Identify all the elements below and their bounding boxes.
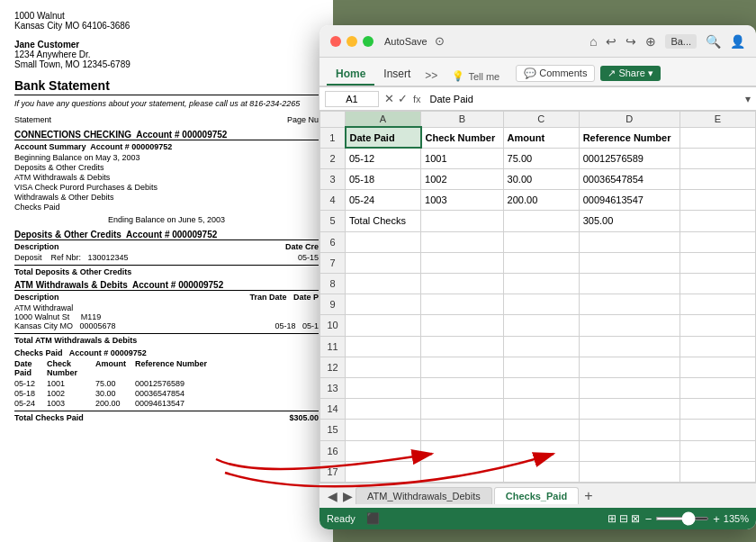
name-box[interactable] — [325, 91, 379, 107]
cell-17-C[interactable] — [503, 461, 579, 482]
cell-2-C[interactable]: 75.00 — [503, 148, 579, 168]
cell-7-B[interactable] — [421, 252, 504, 273]
cell-14-C[interactable] — [503, 399, 579, 420]
cell-9-E[interactable] — [680, 294, 755, 315]
cell-1-D[interactable]: Reference Number — [579, 127, 680, 148]
cell-5-E[interactable] — [680, 211, 755, 231]
cell-1-A[interactable]: Date Paid — [346, 127, 421, 148]
cell-6-E[interactable] — [680, 231, 755, 252]
cell-1-B[interactable]: Check Number — [421, 127, 504, 148]
cell-14-B[interactable] — [421, 399, 504, 420]
tab-insert[interactable]: Insert — [374, 64, 419, 86]
tab-home[interactable]: Home — [327, 64, 374, 86]
cell-14-A[interactable] — [346, 399, 421, 420]
cell-6-A[interactable] — [346, 231, 421, 252]
cell-17-A[interactable] — [346, 461, 421, 482]
cell-11-B[interactable] — [421, 336, 504, 357]
cell-9-C[interactable] — [503, 294, 579, 315]
cell-5-A[interactable]: Total Checks — [346, 211, 421, 231]
cell-4-C[interactable]: 200.00 — [503, 190, 579, 211]
undo-icon[interactable]: ↩ — [606, 34, 616, 49]
maximize-button[interactable] — [363, 36, 374, 47]
cell-10-A[interactable] — [346, 315, 421, 336]
col-header-C[interactable]: C — [503, 112, 579, 128]
cell-7-D[interactable] — [579, 252, 680, 273]
zoom-out-button[interactable]: − — [645, 512, 652, 526]
cell-10-B[interactable] — [421, 315, 504, 336]
sheet-nav-left[interactable]: ◀ — [325, 489, 340, 503]
cell-15-D[interactable] — [579, 420, 680, 440]
formula-cancel-icon[interactable]: ✕ — [384, 92, 394, 105]
cell-3-C[interactable]: 30.00 — [503, 168, 579, 189]
cell-9-A[interactable] — [346, 294, 421, 315]
cell-6-B[interactable] — [421, 231, 504, 252]
cell-8-D[interactable] — [579, 273, 680, 294]
cell-7-E[interactable] — [680, 252, 755, 273]
cell-16-E[interactable] — [680, 440, 755, 461]
cell-11-A[interactable] — [346, 336, 421, 357]
normal-view-btn[interactable]: ⊞ — [608, 512, 616, 525]
ribbon-more[interactable]: >> — [419, 66, 443, 86]
cell-5-C[interactable] — [503, 211, 579, 231]
cell-8-B[interactable] — [421, 273, 504, 294]
cell-15-E[interactable] — [680, 420, 755, 440]
cell-16-C[interactable] — [503, 440, 579, 461]
cell-12-C[interactable] — [503, 357, 579, 377]
col-header-A[interactable]: A — [346, 112, 421, 128]
cell-6-C[interactable] — [503, 231, 579, 252]
cell-11-D[interactable] — [579, 336, 680, 357]
add-icon[interactable]: ⊕ — [645, 34, 656, 49]
cell-4-A[interactable]: 05-24 — [346, 190, 421, 211]
cell-8-A[interactable] — [346, 273, 421, 294]
cell-15-C[interactable] — [503, 420, 579, 440]
cell-12-A[interactable] — [346, 357, 421, 377]
cell-17-E[interactable] — [680, 461, 755, 482]
sheet-tab-atm[interactable]: ATM_Withdrawals_Debits — [356, 487, 492, 504]
sheet-nav-right[interactable]: ▶ — [340, 489, 356, 503]
sheet-tab-checks[interactable]: Checks_Paid — [494, 487, 579, 504]
page-break-btn[interactable]: ⊠ — [631, 512, 640, 525]
col-header-B[interactable]: B — [421, 112, 504, 128]
col-header-D[interactable]: D — [579, 112, 680, 128]
share-button[interactable]: ↗ Share ▾ — [600, 66, 660, 81]
cell-11-E[interactable] — [680, 336, 755, 357]
cell-4-B[interactable]: 1003 — [421, 190, 504, 211]
redo-icon[interactable]: ↪ — [626, 34, 636, 49]
cell-11-C[interactable] — [503, 336, 579, 357]
zoom-in-button[interactable]: + — [713, 512, 720, 526]
col-header-E[interactable]: E — [680, 112, 755, 128]
cell-15-A[interactable] — [346, 420, 421, 440]
page-layout-btn[interactable]: ⊟ — [619, 512, 628, 525]
cell-8-C[interactable] — [503, 273, 579, 294]
cell-13-C[interactable] — [503, 377, 579, 398]
minimize-button[interactable] — [346, 36, 357, 47]
formula-enter-icon[interactable]: ✓ — [398, 92, 408, 105]
formula-dropdown-icon[interactable]: ▾ — [745, 93, 751, 105]
zoom-slider[interactable] — [655, 517, 709, 520]
cell-3-D[interactable]: 00036547854 — [579, 168, 680, 189]
tell-me-area[interactable]: 💡 Tell me — [443, 67, 508, 86]
cell-7-C[interactable] — [503, 252, 579, 273]
cell-6-D[interactable] — [579, 231, 680, 252]
cell-16-D[interactable] — [579, 440, 680, 461]
cell-17-B[interactable] — [421, 461, 504, 482]
comments-button[interactable]: 💬 Comments — [516, 65, 595, 82]
cell-9-D[interactable] — [579, 294, 680, 315]
cell-1-C[interactable]: Amount — [503, 127, 579, 148]
cell-4-E[interactable] — [680, 190, 755, 211]
cell-2-A[interactable]: 05-12 — [346, 148, 421, 168]
accessibility-icon[interactable]: ⬛ — [366, 512, 380, 525]
cell-4-D[interactable]: 00094613547 — [579, 190, 680, 211]
cell-12-D[interactable] — [579, 357, 680, 377]
cell-13-E[interactable] — [680, 377, 755, 398]
cell-2-B[interactable]: 1001 — [421, 148, 504, 168]
account-icon[interactable]: 👤 — [730, 34, 745, 49]
cell-3-B[interactable]: 1002 — [421, 168, 504, 189]
cell-2-D[interactable]: 00012576589 — [579, 148, 680, 168]
cell-1-E[interactable] — [680, 127, 755, 148]
cell-17-D[interactable] — [579, 461, 680, 482]
cell-16-A[interactable] — [346, 440, 421, 461]
cell-5-B[interactable] — [421, 211, 504, 231]
cell-13-D[interactable] — [579, 377, 680, 398]
cell-10-D[interactable] — [579, 315, 680, 336]
